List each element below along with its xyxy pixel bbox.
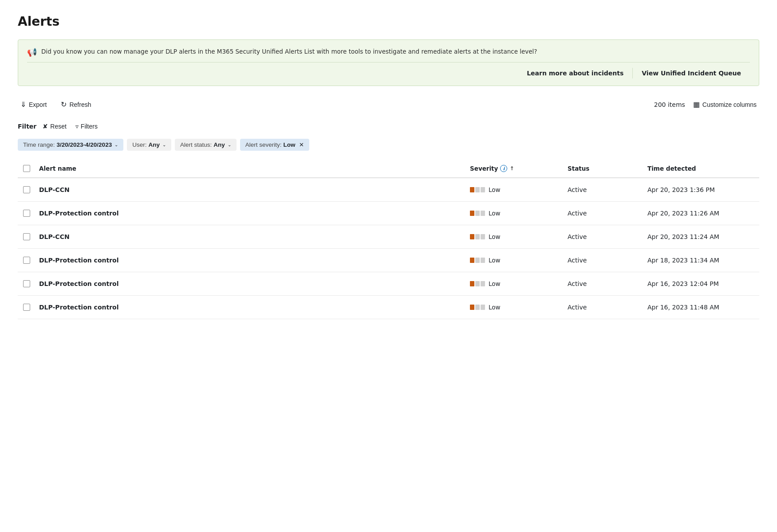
sev-bar-2 [475, 187, 480, 192]
table-row[interactable]: DLP-Protection control Low Active Apr 16… [18, 296, 759, 319]
severity-text: Low [489, 233, 501, 240]
view-unified-incident-queue-link[interactable]: View Unified Incident Queue [633, 68, 750, 78]
severity-sort-icon[interactable]: ↑ [509, 165, 514, 172]
time-cell: Apr 20, 2023 1:36 PM [644, 184, 759, 195]
row-checkbox[interactable] [23, 233, 30, 240]
user-chip-label: User: [132, 141, 146, 148]
alert-name-cell: DLP-Protection control [35, 208, 466, 219]
row-checkbox[interactable] [23, 210, 30, 217]
severity-text: Low [489, 304, 501, 311]
time-cell: Apr 20, 2023 11:24 AM [644, 231, 759, 242]
status-cell: Active [564, 302, 644, 313]
severity-cell: Low [466, 184, 564, 195]
severity-bars [470, 305, 485, 310]
time-range-filter-chip[interactable]: Time range: 3/20/2023-4/20/2023 ⌄ [18, 139, 123, 151]
refresh-button[interactable]: ↻ Refresh [58, 98, 94, 110]
table-row[interactable]: DLP-Protection control Low Active Apr 18… [18, 249, 759, 272]
row-checkbox[interactable] [23, 186, 30, 193]
filter-chips-container: Time range: 3/20/2023-4/20/2023 ⌄ User: … [18, 139, 759, 151]
export-button[interactable]: ⇓ Export [18, 98, 49, 110]
sev-bar-2 [475, 234, 480, 239]
severity-bars [470, 234, 485, 239]
info-banner: 📢 Did you know you can now manage your D… [18, 39, 759, 86]
filters-button[interactable]: ▿ Filters [73, 121, 100, 132]
sev-bar-1 [470, 187, 474, 192]
filter-bar: Filter ✘ Reset ▿ Filters [18, 121, 759, 132]
sev-bar-3 [481, 187, 485, 192]
sev-bar-1 [470, 281, 474, 286]
severity-info-icon[interactable]: i [500, 165, 507, 172]
time-cell: Apr 20, 2023 11:26 AM [644, 208, 759, 219]
alert-severity-chip-label: Alert severity: [245, 141, 282, 148]
header-severity: Severity i ↑ [466, 163, 564, 174]
time-cell: Apr 18, 2023 11:34 AM [644, 255, 759, 266]
time-range-chip-label: Time range: [23, 141, 55, 148]
table-row[interactable]: DLP-CCN Low Active Apr 20, 2023 11:24 AM [18, 225, 759, 249]
severity-text: Low [489, 210, 501, 217]
toolbar-right: 200 items ▦ Customize columns [654, 98, 759, 110]
table-header: Alert name Severity i ↑ Status Time dete… [18, 160, 759, 178]
status-cell: Active [564, 255, 644, 266]
user-chip-value: Any [148, 141, 160, 148]
sev-bar-2 [475, 305, 480, 310]
severity-bars [470, 281, 485, 286]
row-checkbox[interactable] [23, 280, 30, 287]
alert-name-cell: DLP-Protection control [35, 302, 466, 313]
table-row[interactable]: DLP-CCN Low Active Apr 20, 2023 1:36 PM [18, 178, 759, 202]
alert-status-chip-arrow: ⌄ [228, 142, 231, 147]
alerts-table: Alert name Severity i ↑ Status Time dete… [18, 160, 759, 319]
time-cell: Apr 16, 2023 11:48 AM [644, 302, 759, 313]
row-checkbox-cell [18, 255, 35, 266]
reset-filter-button[interactable]: ✘ Reset [40, 121, 69, 132]
select-all-checkbox[interactable] [23, 165, 30, 172]
items-count: 200 items [654, 101, 685, 108]
reset-filter-icon: ✘ [43, 123, 48, 130]
row-checkbox-cell [18, 278, 35, 289]
refresh-icon: ↻ [61, 100, 67, 109]
severity-bars [470, 211, 485, 216]
row-checkbox-cell [18, 184, 35, 195]
header-time-detected: Time detected [644, 163, 759, 174]
customize-columns-button[interactable]: ▦ Customize columns [690, 98, 759, 110]
alert-status-chip-label: Alert status: [180, 141, 212, 148]
status-cell: Active [564, 184, 644, 195]
export-icon: ⇓ [20, 100, 26, 109]
status-cell: Active [564, 231, 644, 242]
alert-severity-chip-value: Low [284, 141, 296, 148]
filters-label: Filters [81, 123, 98, 130]
time-range-chip-arrow: ⌄ [114, 142, 118, 147]
sev-bar-2 [475, 258, 480, 263]
user-filter-chip[interactable]: User: Any ⌄ [127, 139, 171, 151]
sev-bar-3 [481, 305, 485, 310]
export-label: Export [29, 101, 47, 108]
severity-cell: Low [466, 208, 564, 219]
sev-bar-2 [475, 281, 480, 286]
sev-bar-3 [481, 211, 485, 216]
row-checkbox[interactable] [23, 257, 30, 264]
header-status: Status [564, 163, 644, 174]
learn-more-incidents-link[interactable]: Learn more about incidents [518, 68, 633, 78]
alert-status-filter-chip[interactable]: Alert status: Any ⌄ [175, 139, 237, 151]
customize-columns-icon: ▦ [693, 100, 700, 109]
sev-bar-2 [475, 211, 480, 216]
header-alert-name: Alert name [35, 163, 466, 174]
severity-cell: Low [466, 255, 564, 266]
sev-bar-1 [470, 258, 474, 263]
alert-name-cell: DLP-CCN [35, 231, 466, 242]
alert-name-cell: DLP-Protection control [35, 255, 466, 266]
row-checkbox[interactable] [23, 304, 30, 311]
sev-bar-1 [470, 211, 474, 216]
toolbar: ⇓ Export ↻ Refresh 200 items ▦ Customize… [18, 95, 759, 114]
filters-icon: ▿ [75, 123, 79, 130]
severity-cell: Low [466, 302, 564, 313]
table-row[interactable]: DLP-Protection control Low Active Apr 16… [18, 272, 759, 296]
table-row[interactable]: DLP-Protection control Low Active Apr 20… [18, 202, 759, 225]
alert-severity-filter-chip[interactable]: Alert severity: Low ✕ [240, 139, 309, 151]
filter-label: Filter [18, 123, 36, 130]
alert-severity-chip-close[interactable]: ✕ [299, 141, 304, 148]
reset-filter-label: Reset [50, 123, 67, 130]
severity-col-label: Severity [470, 165, 498, 172]
severity-cell: Low [466, 278, 564, 289]
toolbar-left: ⇓ Export ↻ Refresh [18, 98, 94, 110]
time-range-chip-value: 3/20/2023-4/20/2023 [57, 141, 112, 148]
